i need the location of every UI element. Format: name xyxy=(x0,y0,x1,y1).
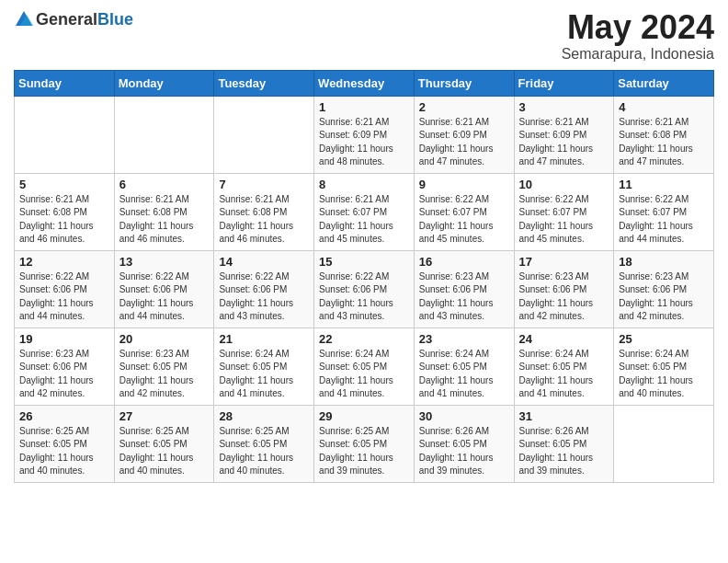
cell-content: Sunrise: 6:22 AM Sunset: 6:07 PM Dayligh… xyxy=(419,193,509,247)
cell-content: Sunrise: 6:22 AM Sunset: 6:07 PM Dayligh… xyxy=(519,193,609,247)
day-number: 2 xyxy=(419,100,509,114)
cell-content: Sunrise: 6:21 AM Sunset: 6:08 PM Dayligh… xyxy=(219,193,309,247)
weekday-header-sunday: Sunday xyxy=(15,70,115,96)
day-number: 5 xyxy=(19,178,109,191)
weekday-header-friday: Friday xyxy=(514,70,614,96)
cell-content: Sunrise: 6:24 AM Sunset: 6:05 PM Dayligh… xyxy=(519,348,609,401)
calendar-cell: 23Sunrise: 6:24 AM Sunset: 6:05 PM Dayli… xyxy=(414,327,514,405)
day-number: 12 xyxy=(19,255,109,269)
calendar-week-row: 1Sunrise: 6:21 AM Sunset: 6:09 PM Daylig… xyxy=(15,96,714,173)
weekday-header-row: SundayMondayTuesdayWednesdayThursdayFrid… xyxy=(15,70,714,96)
cell-content: Sunrise: 6:21 AM Sunset: 6:08 PM Dayligh… xyxy=(619,116,709,169)
day-number: 1 xyxy=(319,100,409,114)
calendar-cell: 13Sunrise: 6:22 AM Sunset: 6:06 PM Dayli… xyxy=(114,250,214,327)
calendar-cell: 26Sunrise: 6:25 AM Sunset: 6:05 PM Dayli… xyxy=(15,405,115,482)
calendar-cell: 7Sunrise: 6:21 AM Sunset: 6:08 PM Daylig… xyxy=(214,173,314,250)
calendar-cell: 20Sunrise: 6:23 AM Sunset: 6:05 PM Dayli… xyxy=(114,327,214,405)
calendar-cell: 6Sunrise: 6:21 AM Sunset: 6:08 PM Daylig… xyxy=(114,173,214,250)
title-area: May 2024 Semarapura, Indonesia xyxy=(562,9,714,63)
weekday-header-tuesday: Tuesday xyxy=(214,70,314,96)
day-number: 7 xyxy=(219,178,309,191)
cell-content: Sunrise: 6:25 AM Sunset: 6:05 PM Dayligh… xyxy=(319,425,409,478)
calendar-cell xyxy=(614,405,714,482)
weekday-header-thursday: Thursday xyxy=(414,70,514,96)
cell-content: Sunrise: 6:24 AM Sunset: 6:05 PM Dayligh… xyxy=(419,348,509,401)
calendar-cell: 3Sunrise: 6:21 AM Sunset: 6:09 PM Daylig… xyxy=(514,96,614,173)
day-number: 31 xyxy=(519,409,609,423)
day-number: 9 xyxy=(419,178,509,191)
calendar-cell: 25Sunrise: 6:24 AM Sunset: 6:05 PM Dayli… xyxy=(614,327,714,405)
logo-general: General xyxy=(36,10,97,29)
cell-content: Sunrise: 6:26 AM Sunset: 6:05 PM Dayligh… xyxy=(519,425,609,478)
calendar-table: SundayMondayTuesdayWednesdayThursdayFrid… xyxy=(14,70,714,483)
day-number: 23 xyxy=(419,332,509,346)
calendar-cell: 9Sunrise: 6:22 AM Sunset: 6:07 PM Daylig… xyxy=(414,173,514,250)
day-number: 28 xyxy=(219,409,309,423)
day-number: 21 xyxy=(219,332,309,346)
calendar-cell: 24Sunrise: 6:24 AM Sunset: 6:05 PM Dayli… xyxy=(514,327,614,405)
day-number: 27 xyxy=(119,409,210,423)
calendar-title: May 2024 xyxy=(562,9,714,46)
calendar-cell: 12Sunrise: 6:22 AM Sunset: 6:06 PM Dayli… xyxy=(15,250,115,327)
calendar-cell: 31Sunrise: 6:26 AM Sunset: 6:05 PM Dayli… xyxy=(514,405,614,482)
day-number: 24 xyxy=(519,332,609,346)
day-number: 17 xyxy=(519,255,609,269)
calendar-cell: 11Sunrise: 6:22 AM Sunset: 6:07 PM Dayli… xyxy=(614,173,714,250)
cell-content: Sunrise: 6:21 AM Sunset: 6:07 PM Dayligh… xyxy=(319,193,409,247)
calendar-cell xyxy=(214,96,314,173)
day-number: 18 xyxy=(619,255,709,269)
cell-content: Sunrise: 6:24 AM Sunset: 6:05 PM Dayligh… xyxy=(319,348,409,401)
cell-content: Sunrise: 6:22 AM Sunset: 6:06 PM Dayligh… xyxy=(19,270,109,324)
weekday-header-monday: Monday xyxy=(114,70,214,96)
cell-content: Sunrise: 6:21 AM Sunset: 6:08 PM Dayligh… xyxy=(19,193,109,247)
day-number: 3 xyxy=(519,100,609,114)
cell-content: Sunrise: 6:25 AM Sunset: 6:05 PM Dayligh… xyxy=(219,425,309,478)
day-number: 10 xyxy=(519,178,609,191)
day-number: 29 xyxy=(319,409,409,423)
cell-content: Sunrise: 6:21 AM Sunset: 6:09 PM Dayligh… xyxy=(419,116,509,169)
calendar-cell: 27Sunrise: 6:25 AM Sunset: 6:05 PM Dayli… xyxy=(114,405,214,482)
cell-content: Sunrise: 6:23 AM Sunset: 6:05 PM Dayligh… xyxy=(119,348,210,401)
calendar-cell xyxy=(15,96,115,173)
calendar-cell: 28Sunrise: 6:25 AM Sunset: 6:05 PM Dayli… xyxy=(214,405,314,482)
cell-content: Sunrise: 6:23 AM Sunset: 6:06 PM Dayligh… xyxy=(419,270,509,324)
calendar-cell: 17Sunrise: 6:23 AM Sunset: 6:06 PM Dayli… xyxy=(514,250,614,327)
calendar-cell: 16Sunrise: 6:23 AM Sunset: 6:06 PM Dayli… xyxy=(414,250,514,327)
day-number: 19 xyxy=(19,332,109,346)
logo-blue: Blue xyxy=(97,10,133,29)
day-number: 20 xyxy=(119,332,210,346)
calendar-week-row: 19Sunrise: 6:23 AM Sunset: 6:06 PM Dayli… xyxy=(15,327,714,405)
page-header: GeneralBlue May 2024 Semarapura, Indones… xyxy=(14,9,714,63)
day-number: 13 xyxy=(119,255,210,269)
calendar-week-row: 12Sunrise: 6:22 AM Sunset: 6:06 PM Dayli… xyxy=(15,250,714,327)
day-number: 14 xyxy=(219,255,309,269)
calendar-cell: 18Sunrise: 6:23 AM Sunset: 6:06 PM Dayli… xyxy=(614,250,714,327)
cell-content: Sunrise: 6:22 AM Sunset: 6:06 PM Dayligh… xyxy=(119,270,210,324)
day-number: 8 xyxy=(319,178,409,191)
calendar-cell xyxy=(114,96,214,173)
cell-content: Sunrise: 6:21 AM Sunset: 6:09 PM Dayligh… xyxy=(319,116,409,169)
day-number: 11 xyxy=(619,178,709,191)
cell-content: Sunrise: 6:25 AM Sunset: 6:05 PM Dayligh… xyxy=(19,425,109,478)
day-number: 6 xyxy=(119,178,210,191)
cell-content: Sunrise: 6:24 AM Sunset: 6:05 PM Dayligh… xyxy=(619,348,709,401)
day-number: 22 xyxy=(319,332,409,346)
calendar-week-row: 26Sunrise: 6:25 AM Sunset: 6:05 PM Dayli… xyxy=(15,405,714,482)
calendar-cell: 5Sunrise: 6:21 AM Sunset: 6:08 PM Daylig… xyxy=(15,173,115,250)
calendar-cell: 30Sunrise: 6:26 AM Sunset: 6:05 PM Dayli… xyxy=(414,405,514,482)
cell-content: Sunrise: 6:22 AM Sunset: 6:07 PM Dayligh… xyxy=(619,193,709,247)
calendar-cell: 8Sunrise: 6:21 AM Sunset: 6:07 PM Daylig… xyxy=(314,173,415,250)
calendar-cell: 19Sunrise: 6:23 AM Sunset: 6:06 PM Dayli… xyxy=(15,327,115,405)
calendar-subtitle: Semarapura, Indonesia xyxy=(562,46,714,63)
logo: GeneralBlue xyxy=(14,9,133,29)
logo-icon xyxy=(14,9,34,29)
calendar-cell: 29Sunrise: 6:25 AM Sunset: 6:05 PM Dayli… xyxy=(314,405,415,482)
weekday-header-saturday: Saturday xyxy=(614,70,714,96)
cell-content: Sunrise: 6:26 AM Sunset: 6:05 PM Dayligh… xyxy=(419,425,509,478)
calendar-cell: 1Sunrise: 6:21 AM Sunset: 6:09 PM Daylig… xyxy=(314,96,415,173)
cell-content: Sunrise: 6:23 AM Sunset: 6:06 PM Dayligh… xyxy=(619,270,709,324)
calendar-cell: 10Sunrise: 6:22 AM Sunset: 6:07 PM Dayli… xyxy=(514,173,614,250)
cell-content: Sunrise: 6:21 AM Sunset: 6:08 PM Dayligh… xyxy=(119,193,210,247)
day-number: 4 xyxy=(619,100,709,114)
day-number: 15 xyxy=(319,255,409,269)
